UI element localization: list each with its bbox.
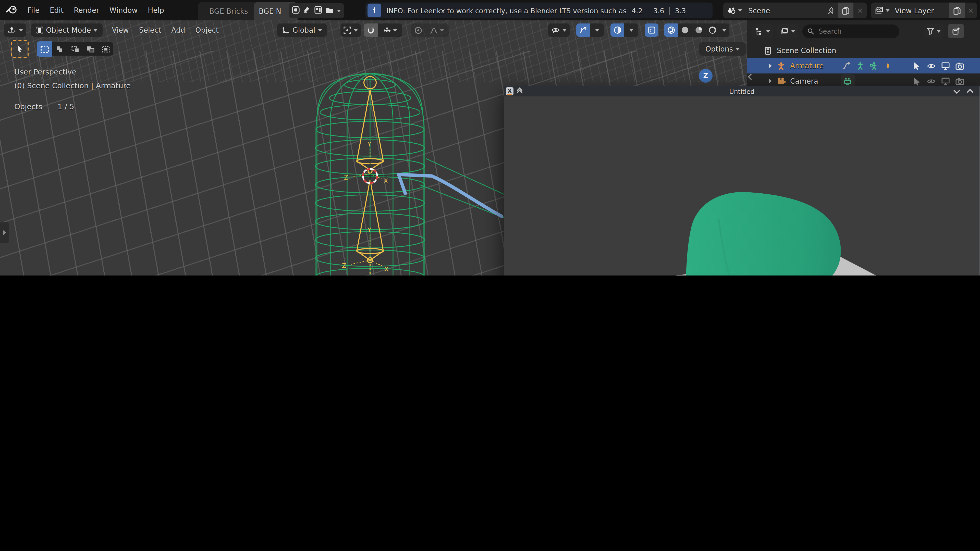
pin-icon[interactable] (827, 6, 835, 14)
chevron-down-icon[interactable] (886, 9, 890, 12)
overlays-group (611, 24, 638, 37)
select-intersect-button[interactable] (83, 41, 98, 57)
close-icon[interactable]: ✕ (853, 6, 867, 14)
select-subtract-button[interactable] (67, 41, 83, 57)
brush-icon[interactable] (303, 6, 311, 16)
snap-magnet-button[interactable] (364, 24, 378, 37)
outliner-filter-dropdown[interactable] (924, 24, 944, 38)
expand-up-icon[interactable] (517, 88, 522, 94)
mode-dropdown[interactable]: Object Mode (31, 24, 103, 37)
tree-view-icon (756, 27, 764, 35)
eye-icon[interactable] (927, 77, 935, 86)
select-box-new-button[interactable] (37, 41, 52, 57)
expand-icon[interactable] (769, 63, 772, 68)
chevron-down-icon[interactable] (738, 9, 742, 12)
shading-dropdown[interactable] (719, 24, 729, 37)
scene-stats: Objects 1 / 5 (14, 103, 74, 111)
select-extend-icon (56, 45, 64, 53)
shading-material-button[interactable] (692, 24, 705, 37)
orientation-dropdown[interactable]: Global (277, 24, 326, 37)
scene-icon[interactable] (723, 6, 738, 15)
expand-icon[interactable] (769, 79, 772, 84)
monitor-icon[interactable] (941, 62, 950, 70)
selectable-icon[interactable] (913, 62, 921, 70)
gizmo-dropdown[interactable] (590, 24, 604, 37)
workspace-tab-bge-bricks[interactable]: BGE Bricks (198, 2, 259, 21)
visibility-dropdown[interactable] (548, 24, 570, 37)
layout-icon[interactable] (314, 6, 322, 16)
viewport-sidebar-toggle[interactable] (0, 222, 9, 243)
window-chevron-up[interactable] (967, 89, 973, 95)
proportional-edit-button[interactable] (411, 24, 425, 37)
info-bar[interactable]: i INFO: For Leenkx to work correctly, us… (366, 3, 713, 18)
outliner-search[interactable] (802, 24, 899, 38)
row-label: Camera (790, 77, 818, 85)
overlays-toggle[interactable] (611, 24, 624, 37)
armature-object-icon (777, 62, 786, 70)
close-icon[interactable]: ✕ (965, 6, 977, 14)
overlays-dropdown[interactable] (624, 24, 638, 37)
outliner-filter-type[interactable] (777, 24, 798, 38)
select-extend-button[interactable] (52, 41, 67, 57)
outliner-row-scene-collection[interactable]: Scene Collection (747, 43, 980, 58)
topbar: File Edit Render Window Help BGE Bricks … (0, 0, 980, 21)
chevron-down-icon (19, 29, 23, 32)
view-context-label: (0) Scene Collection | Armature (14, 82, 130, 90)
menu-window[interactable]: Window (104, 6, 143, 14)
select-tool-group (37, 42, 113, 56)
editor-type-button[interactable] (4, 24, 26, 37)
options-dropdown[interactable]: Options (699, 42, 746, 56)
render-window[interactable]: X Untitled (504, 86, 980, 275)
workspace-icon-group[interactable] (289, 3, 344, 18)
shading-solid-button[interactable] (678, 24, 692, 37)
eye-icon[interactable] (927, 62, 935, 70)
search-input[interactable] (818, 27, 881, 35)
select-difference-button[interactable] (98, 41, 113, 57)
viewport-menu-add[interactable]: Add (166, 26, 190, 34)
render-camera-icon[interactable] (956, 62, 964, 70)
folder-icon[interactable] (326, 6, 333, 16)
gizmos-toggle[interactable] (576, 24, 590, 37)
falloff-dropdown[interactable] (425, 24, 449, 37)
new-collection-button[interactable] (948, 24, 964, 38)
nav-gizmo-z[interactable]: Z (699, 69, 713, 83)
copy-icon[interactable] (950, 3, 965, 18)
shading-wireframe-button[interactable] (664, 24, 678, 37)
menu-help[interactable]: Help (143, 6, 169, 14)
driver-icon (842, 62, 851, 70)
chevron-down-icon (318, 29, 322, 32)
window-chevron-down[interactable] (953, 87, 960, 94)
scene-name[interactable]: Scene (748, 6, 770, 14)
blender-logo-icon[interactable] (6, 5, 18, 16)
display-icon[interactable] (292, 6, 300, 16)
menu-render[interactable]: Render (68, 6, 104, 14)
snap-target-dropdown[interactable] (378, 24, 402, 37)
outliner-row-armature[interactable]: Armature (747, 58, 980, 73)
outliner-collapse-toggle[interactable] (747, 67, 754, 86)
viewport-menu-view[interactable]: View (107, 26, 134, 34)
pivot-dropdown[interactable] (340, 24, 361, 37)
xray-toggle[interactable] (645, 24, 659, 37)
menu-file[interactable]: File (22, 6, 45, 14)
armature-data-icon (856, 62, 864, 70)
viewport-menu-select[interactable]: Select (134, 26, 166, 34)
pivot-icon (344, 26, 351, 34)
collection-new-icon (952, 27, 960, 35)
active-tool-button[interactable] (11, 40, 29, 58)
selectable-icon[interactable] (913, 77, 921, 86)
outliner-display-mode[interactable] (752, 24, 773, 38)
render-camera-icon[interactable] (956, 77, 964, 86)
render-window-titlebar[interactable]: X Untitled (504, 86, 980, 97)
shading-rendered-button[interactable] (705, 24, 719, 37)
copy-icon[interactable] (838, 3, 853, 18)
axis-y-label-2: Y (367, 227, 371, 233)
view-layer-name[interactable]: View Layer (895, 6, 934, 14)
menu-edit[interactable]: Edit (45, 6, 68, 14)
view-layer-icon[interactable] (871, 6, 886, 15)
chevron-down-icon (766, 30, 770, 32)
viewport-menu-object[interactable]: Object (190, 26, 224, 34)
orientation-icon (282, 26, 290, 34)
3d-cursor[interactable] (353, 159, 387, 193)
chevron-down-icon[interactable] (337, 10, 341, 12)
monitor-icon[interactable] (941, 77, 950, 86)
